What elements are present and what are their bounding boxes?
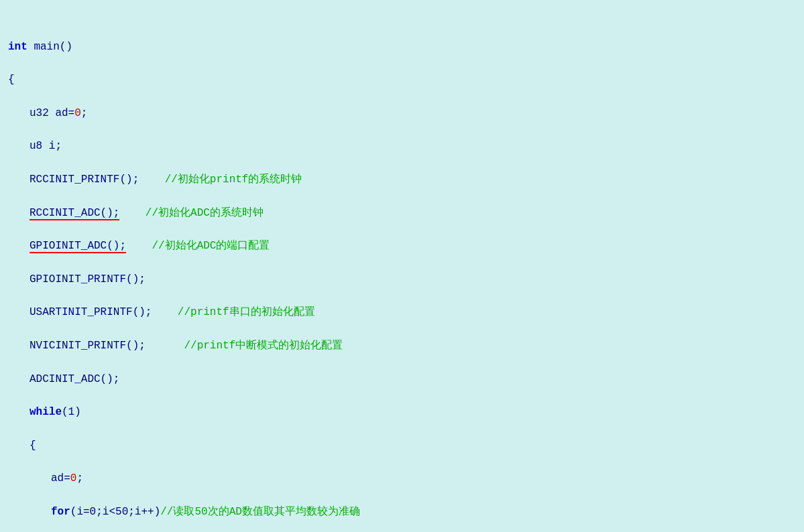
code-viewer: int main() { u32 ad=0; u8 i; RCCINIT_PRI…	[8, 5, 796, 532]
line-rccinit-printf: RCCINIT_PRINTF(); //初始化printf的系统时钟	[8, 172, 796, 188]
keyword-for: for	[51, 506, 70, 518]
line-for: for(i=0;i<50;i++)//读取50次的AD数值取其平均数较为准确	[8, 504, 796, 521]
func-name: main()	[27, 41, 72, 53]
line-adcinit: ADCINIT_ADC();	[8, 371, 796, 388]
comment-rccinit-adc: //初始化ADC的系统时钟	[146, 207, 264, 219]
line-int-main: int main()	[8, 39, 796, 56]
line-u32: u32 ad=0;	[8, 105, 796, 122]
line-open-brace-2: {	[8, 438, 796, 454]
line-nvicinit: NVICINIT_PRINTF(); //printf中断模式的初始化配置	[8, 338, 796, 354]
line-ad-zero: ad=0;	[8, 470, 796, 487]
comment-gpioinit-adc: //初始化ADC的端口配置	[152, 240, 270, 252]
comment-usartinit: //printf串口的初始化配置	[178, 306, 315, 318]
comment-rccinit-printf: //初始化printf的系统时钟	[165, 174, 302, 186]
comment-for: //读取50次的AD数值取其平均数较为准确	[160, 506, 360, 518]
line-open-brace-1: {	[8, 72, 796, 88]
comment-nvicinit: //printf中断模式的初始化配置	[184, 340, 343, 352]
line-rccinit-adc: RCCINIT_ADC(); //初始化ADC的系统时钟	[8, 205, 796, 222]
keyword-int: int	[8, 41, 27, 53]
line-while1: while(1)	[8, 404, 796, 421]
line-usartinit: USARTINIT_PRINTF(); //printf串口的初始化配置	[8, 304, 796, 321]
line-gpioinit-adc: GPIOINIT_ADC(); //初始化ADC的端口配置	[8, 238, 796, 255]
line-gpioinit-printf: GPIOINIT_PRINTF();	[8, 271, 796, 288]
line-u8: u8 i;	[8, 138, 796, 155]
keyword-while1: while	[30, 406, 62, 418]
